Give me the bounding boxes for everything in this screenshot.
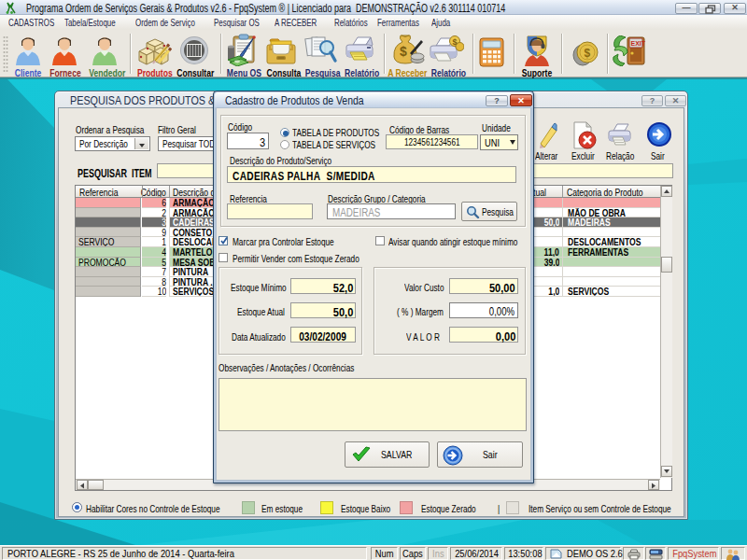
svg-text:EXIT: EXIT — [631, 40, 646, 47]
svg-text:$: $ — [585, 47, 591, 60]
svg-text:$: $ — [453, 37, 458, 47]
svg-text:$: $ — [400, 44, 407, 59]
